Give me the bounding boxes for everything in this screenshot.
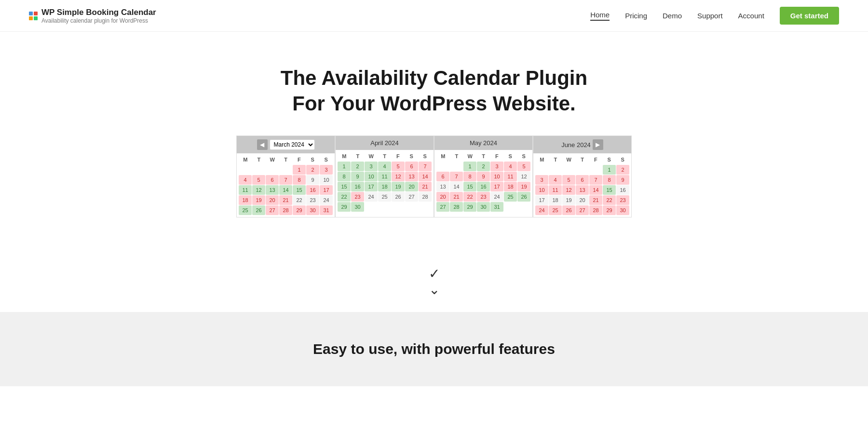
day-cell[interactable]: 1 [293, 165, 306, 175]
day-cell[interactable]: 28 [450, 202, 463, 212]
day-cell[interactable]: 1 [338, 162, 351, 171]
day-cell[interactable]: 19 [252, 195, 265, 205]
day-cell[interactable]: 23 [477, 192, 490, 202]
day-cell[interactable]: 16 [351, 182, 364, 191]
day-cell[interactable]: 11 [504, 172, 517, 181]
day-cell[interactable]: 20 [436, 192, 449, 202]
day-cell[interactable]: 17 [365, 182, 378, 191]
day-cell[interactable]: 15 [338, 182, 351, 191]
day-cell[interactable]: 10 [490, 172, 503, 181]
day-cell[interactable]: 16 [306, 185, 319, 195]
day-cell[interactable]: 14 [589, 185, 602, 195]
day-cell[interactable]: 13 [266, 185, 279, 195]
day-cell[interactable]: 5 [562, 175, 575, 185]
day-cell[interactable]: 5 [252, 175, 265, 185]
day-cell[interactable]: 7 [419, 162, 432, 171]
day-cell[interactable]: 7 [589, 175, 602, 185]
day-cell[interactable]: 24 [320, 195, 333, 205]
day-cell[interactable]: 9 [616, 175, 629, 185]
day-cell[interactable]: 15 [293, 185, 306, 195]
day-cell[interactable]: 26 [252, 205, 265, 215]
day-cell[interactable]: 26 [517, 192, 530, 202]
day-cell[interactable]: 10 [535, 185, 548, 195]
day-cell[interactable]: 3 [535, 175, 548, 185]
day-cell[interactable]: 25 [504, 192, 517, 202]
day-cell[interactable]: 12 [252, 185, 265, 195]
day-cell[interactable]: 25 [378, 192, 391, 202]
day-cell[interactable]: 12 [517, 172, 530, 181]
day-cell[interactable]: 3 [365, 162, 378, 171]
day-cell[interactable]: 28 [419, 192, 432, 202]
day-cell[interactable]: 2 [351, 162, 364, 171]
day-cell[interactable]: 21 [279, 195, 292, 205]
day-cell[interactable]: 2 [306, 165, 319, 175]
day-cell[interactable]: 19 [517, 182, 530, 191]
day-cell[interactable]: 6 [436, 172, 449, 181]
nav-account[interactable]: Account [738, 12, 764, 20]
day-cell[interactable]: 11 [378, 172, 391, 181]
nav-pricing[interactable]: Pricing [625, 12, 647, 20]
day-cell[interactable]: 30 [306, 205, 319, 215]
day-cell[interactable]: 10 [365, 172, 378, 181]
day-cell[interactable]: 6 [266, 175, 279, 185]
day-cell[interactable]: 1 [603, 165, 616, 175]
day-cell[interactable]: 6 [405, 162, 418, 171]
day-cell[interactable]: 22 [463, 192, 476, 202]
day-cell[interactable]: 26 [392, 192, 405, 202]
day-cell[interactable]: 14 [279, 185, 292, 195]
day-cell[interactable]: 3 [320, 165, 333, 175]
day-cell[interactable]: 9 [351, 172, 364, 181]
day-cell[interactable]: 31 [320, 205, 333, 215]
day-cell[interactable]: 13 [436, 182, 449, 191]
day-cell[interactable]: 2 [477, 162, 490, 171]
day-cell[interactable]: 10 [320, 175, 333, 185]
day-cell[interactable]: 21 [589, 195, 602, 205]
day-cell[interactable]: 25 [549, 205, 562, 215]
day-cell[interactable]: 29 [603, 205, 616, 215]
day-cell[interactable]: 9 [477, 172, 490, 181]
day-cell[interactable]: 8 [603, 175, 616, 185]
day-cell[interactable]: 17 [535, 195, 548, 205]
day-cell[interactable]: 14 [450, 182, 463, 191]
day-cell[interactable]: 23 [616, 195, 629, 205]
day-cell[interactable]: 18 [378, 182, 391, 191]
calendar-next-button[interactable]: ▶ [593, 139, 603, 150]
day-cell[interactable]: 23 [306, 195, 319, 205]
get-started-button[interactable]: Get started [780, 7, 839, 25]
day-cell[interactable]: 1 [463, 162, 476, 171]
day-cell[interactable]: 2 [616, 165, 629, 175]
day-cell[interactable]: 23 [351, 192, 364, 202]
day-cell[interactable]: 19 [562, 195, 575, 205]
day-cell[interactable]: 17 [490, 182, 503, 191]
day-cell[interactable]: 8 [293, 175, 306, 185]
day-cell[interactable]: 22 [603, 195, 616, 205]
day-cell[interactable]: 20 [576, 195, 589, 205]
day-cell[interactable]: 26 [562, 205, 575, 215]
day-cell[interactable]: 17 [320, 185, 333, 195]
day-cell[interactable]: 30 [616, 205, 629, 215]
day-cell[interactable]: 11 [239, 185, 252, 195]
day-cell[interactable]: 18 [549, 195, 562, 205]
day-cell[interactable]: 19 [392, 182, 405, 191]
day-cell[interactable]: 30 [477, 202, 490, 212]
day-cell[interactable]: 28 [589, 205, 602, 215]
day-cell[interactable]: 4 [239, 175, 252, 185]
nav-home[interactable]: Home [590, 11, 610, 21]
day-cell[interactable]: 21 [450, 192, 463, 202]
day-cell[interactable]: 27 [405, 192, 418, 202]
day-cell[interactable]: 24 [490, 192, 503, 202]
day-cell[interactable]: 27 [436, 202, 449, 212]
day-cell[interactable]: 15 [463, 182, 476, 191]
day-cell[interactable]: 15 [603, 185, 616, 195]
day-cell[interactable]: 29 [338, 202, 351, 212]
day-cell[interactable]: 29 [463, 202, 476, 212]
month-select[interactable]: March 2024 [270, 139, 315, 150]
day-cell[interactable]: 6 [576, 175, 589, 185]
nav-demo[interactable]: Demo [663, 12, 682, 20]
day-cell[interactable]: 12 [392, 172, 405, 181]
day-cell[interactable]: 4 [504, 162, 517, 171]
day-cell[interactable]: 9 [306, 175, 319, 185]
day-cell[interactable]: 20 [266, 195, 279, 205]
day-cell[interactable]: 16 [477, 182, 490, 191]
day-cell[interactable]: 24 [535, 205, 548, 215]
